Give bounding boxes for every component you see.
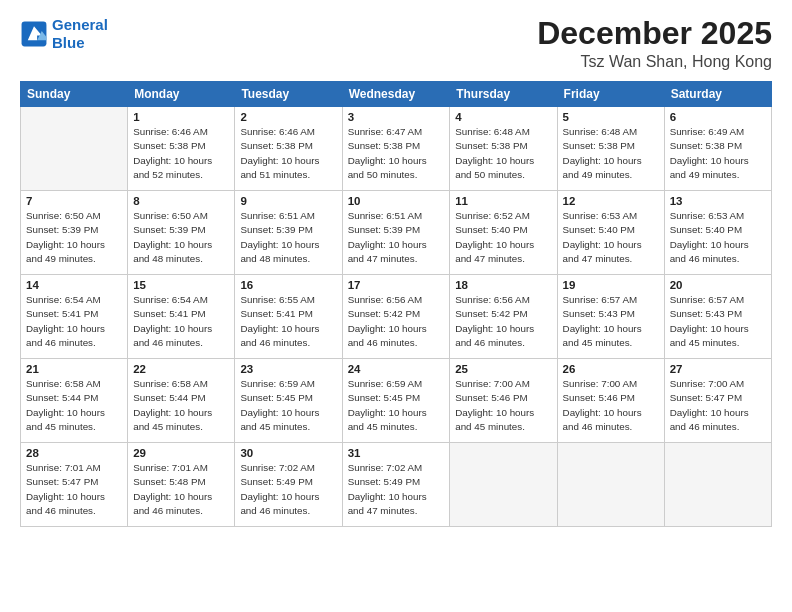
calendar-cell (557, 443, 664, 527)
day-number: 21 (26, 363, 122, 375)
day-number: 25 (455, 363, 551, 375)
calendar-week-1: 1Sunrise: 6:46 AMSunset: 5:38 PMDaylight… (21, 107, 772, 191)
day-info: Sunrise: 6:54 AMSunset: 5:41 PMDaylight:… (26, 293, 122, 350)
day-info: Sunrise: 7:00 AMSunset: 5:46 PMDaylight:… (455, 377, 551, 434)
calendar-header-saturday: Saturday (664, 82, 771, 107)
day-number: 24 (348, 363, 445, 375)
day-number: 19 (563, 279, 659, 291)
day-info: Sunrise: 6:57 AMSunset: 5:43 PMDaylight:… (670, 293, 766, 350)
calendar-cell: 14Sunrise: 6:54 AMSunset: 5:41 PMDayligh… (21, 275, 128, 359)
day-number: 14 (26, 279, 122, 291)
calendar-cell: 6Sunrise: 6:49 AMSunset: 5:38 PMDaylight… (664, 107, 771, 191)
page: General Blue December 2025 Tsz Wan Shan,… (0, 0, 792, 612)
day-info: Sunrise: 6:48 AMSunset: 5:38 PMDaylight:… (563, 125, 659, 182)
day-info: Sunrise: 6:53 AMSunset: 5:40 PMDaylight:… (670, 209, 766, 266)
calendar-header-friday: Friday (557, 82, 664, 107)
day-number: 29 (133, 447, 229, 459)
day-number: 20 (670, 279, 766, 291)
calendar-cell: 5Sunrise: 6:48 AMSunset: 5:38 PMDaylight… (557, 107, 664, 191)
calendar-week-3: 14Sunrise: 6:54 AMSunset: 5:41 PMDayligh… (21, 275, 772, 359)
day-number: 10 (348, 195, 445, 207)
calendar-cell: 1Sunrise: 6:46 AMSunset: 5:38 PMDaylight… (128, 107, 235, 191)
day-info: Sunrise: 6:58 AMSunset: 5:44 PMDaylight:… (26, 377, 122, 434)
calendar-cell: 3Sunrise: 6:47 AMSunset: 5:38 PMDaylight… (342, 107, 450, 191)
day-number: 9 (240, 195, 336, 207)
day-number: 18 (455, 279, 551, 291)
calendar-header-row: SundayMondayTuesdayWednesdayThursdayFrid… (21, 82, 772, 107)
day-info: Sunrise: 6:56 AMSunset: 5:42 PMDaylight:… (455, 293, 551, 350)
day-info: Sunrise: 7:01 AMSunset: 5:47 PMDaylight:… (26, 461, 122, 518)
location-title: Tsz Wan Shan, Hong Kong (537, 53, 772, 71)
calendar-header-monday: Monday (128, 82, 235, 107)
calendar-cell: 28Sunrise: 7:01 AMSunset: 5:47 PMDayligh… (21, 443, 128, 527)
day-info: Sunrise: 6:59 AMSunset: 5:45 PMDaylight:… (240, 377, 336, 434)
day-info: Sunrise: 6:58 AMSunset: 5:44 PMDaylight:… (133, 377, 229, 434)
day-number: 13 (670, 195, 766, 207)
day-info: Sunrise: 7:01 AMSunset: 5:48 PMDaylight:… (133, 461, 229, 518)
calendar-cell (664, 443, 771, 527)
calendar-cell: 21Sunrise: 6:58 AMSunset: 5:44 PMDayligh… (21, 359, 128, 443)
title-area: December 2025 Tsz Wan Shan, Hong Kong (537, 16, 772, 71)
day-info: Sunrise: 6:53 AMSunset: 5:40 PMDaylight:… (563, 209, 659, 266)
day-number: 1 (133, 111, 229, 123)
day-number: 15 (133, 279, 229, 291)
day-number: 7 (26, 195, 122, 207)
calendar-cell (450, 443, 557, 527)
day-info: Sunrise: 6:57 AMSunset: 5:43 PMDaylight:… (563, 293, 659, 350)
calendar-cell: 31Sunrise: 7:02 AMSunset: 5:49 PMDayligh… (342, 443, 450, 527)
day-number: 17 (348, 279, 445, 291)
day-info: Sunrise: 6:56 AMSunset: 5:42 PMDaylight:… (348, 293, 445, 350)
calendar-cell: 17Sunrise: 6:56 AMSunset: 5:42 PMDayligh… (342, 275, 450, 359)
calendar-cell: 18Sunrise: 6:56 AMSunset: 5:42 PMDayligh… (450, 275, 557, 359)
day-info: Sunrise: 6:55 AMSunset: 5:41 PMDaylight:… (240, 293, 336, 350)
calendar-cell: 26Sunrise: 7:00 AMSunset: 5:46 PMDayligh… (557, 359, 664, 443)
calendar-cell: 2Sunrise: 6:46 AMSunset: 5:38 PMDaylight… (235, 107, 342, 191)
day-info: Sunrise: 6:59 AMSunset: 5:45 PMDaylight:… (348, 377, 445, 434)
calendar-cell: 7Sunrise: 6:50 AMSunset: 5:39 PMDaylight… (21, 191, 128, 275)
day-info: Sunrise: 7:02 AMSunset: 5:49 PMDaylight:… (240, 461, 336, 518)
day-info: Sunrise: 6:52 AMSunset: 5:40 PMDaylight:… (455, 209, 551, 266)
calendar-cell: 12Sunrise: 6:53 AMSunset: 5:40 PMDayligh… (557, 191, 664, 275)
day-info: Sunrise: 6:46 AMSunset: 5:38 PMDaylight:… (240, 125, 336, 182)
calendar-cell: 10Sunrise: 6:51 AMSunset: 5:39 PMDayligh… (342, 191, 450, 275)
month-title: December 2025 (537, 16, 772, 51)
calendar-cell: 22Sunrise: 6:58 AMSunset: 5:44 PMDayligh… (128, 359, 235, 443)
day-number: 27 (670, 363, 766, 375)
day-info: Sunrise: 7:02 AMSunset: 5:49 PMDaylight:… (348, 461, 445, 518)
day-info: Sunrise: 6:54 AMSunset: 5:41 PMDaylight:… (133, 293, 229, 350)
logo: General Blue (20, 16, 108, 52)
day-number: 2 (240, 111, 336, 123)
day-number: 5 (563, 111, 659, 123)
calendar-week-4: 21Sunrise: 6:58 AMSunset: 5:44 PMDayligh… (21, 359, 772, 443)
day-number: 26 (563, 363, 659, 375)
day-info: Sunrise: 6:51 AMSunset: 5:39 PMDaylight:… (348, 209, 445, 266)
calendar-cell: 27Sunrise: 7:00 AMSunset: 5:47 PMDayligh… (664, 359, 771, 443)
day-number: 6 (670, 111, 766, 123)
calendar-cell: 24Sunrise: 6:59 AMSunset: 5:45 PMDayligh… (342, 359, 450, 443)
calendar-cell: 9Sunrise: 6:51 AMSunset: 5:39 PMDaylight… (235, 191, 342, 275)
calendar-week-2: 7Sunrise: 6:50 AMSunset: 5:39 PMDaylight… (21, 191, 772, 275)
day-number: 23 (240, 363, 336, 375)
day-info: Sunrise: 7:00 AMSunset: 5:46 PMDaylight:… (563, 377, 659, 434)
day-number: 4 (455, 111, 551, 123)
day-info: Sunrise: 6:51 AMSunset: 5:39 PMDaylight:… (240, 209, 336, 266)
calendar-header-sunday: Sunday (21, 82, 128, 107)
day-number: 11 (455, 195, 551, 207)
calendar-cell: 16Sunrise: 6:55 AMSunset: 5:41 PMDayligh… (235, 275, 342, 359)
day-number: 16 (240, 279, 336, 291)
logo-text: General Blue (52, 16, 108, 52)
day-info: Sunrise: 6:48 AMSunset: 5:38 PMDaylight:… (455, 125, 551, 182)
day-info: Sunrise: 6:49 AMSunset: 5:38 PMDaylight:… (670, 125, 766, 182)
calendar-cell: 13Sunrise: 6:53 AMSunset: 5:40 PMDayligh… (664, 191, 771, 275)
day-number: 22 (133, 363, 229, 375)
day-info: Sunrise: 6:46 AMSunset: 5:38 PMDaylight:… (133, 125, 229, 182)
day-number: 28 (26, 447, 122, 459)
calendar-header-thursday: Thursday (450, 82, 557, 107)
calendar-cell: 29Sunrise: 7:01 AMSunset: 5:48 PMDayligh… (128, 443, 235, 527)
day-number: 12 (563, 195, 659, 207)
calendar-cell: 19Sunrise: 6:57 AMSunset: 5:43 PMDayligh… (557, 275, 664, 359)
calendar-cell: 23Sunrise: 6:59 AMSunset: 5:45 PMDayligh… (235, 359, 342, 443)
calendar-cell: 8Sunrise: 6:50 AMSunset: 5:39 PMDaylight… (128, 191, 235, 275)
day-number: 8 (133, 195, 229, 207)
day-number: 30 (240, 447, 336, 459)
